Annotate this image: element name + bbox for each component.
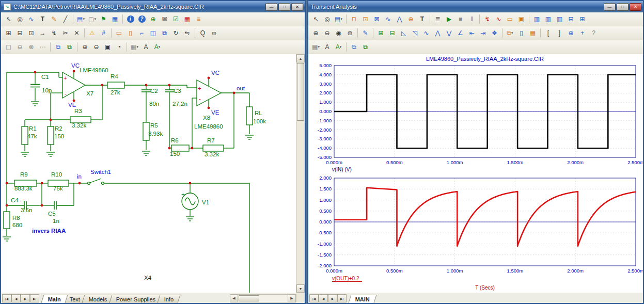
maximize-button[interactable]: □ xyxy=(278,3,290,11)
zoom-out-icon[interactable]: ⊖ xyxy=(91,42,102,53)
grid-menu-icon[interactable]: ▦▾ xyxy=(310,42,321,53)
limits-icon[interactable]: ⊡ xyxy=(360,14,371,25)
notes-icon[interactable]: ≡ xyxy=(193,14,204,25)
pause-icon[interactable]: ‖ xyxy=(466,14,477,25)
transient-last-page-button[interactable]: ▶| xyxy=(337,294,347,302)
sine-wave-icon[interactable]: ∿ xyxy=(26,14,37,25)
probe-voltage-icon[interactable]: ↯ xyxy=(482,14,493,25)
layers-icon[interactable]: ⧉ xyxy=(159,28,170,39)
snapshot-icon[interactable]: ◔ xyxy=(114,42,124,53)
font-menu-icon[interactable]: A▾ xyxy=(333,42,344,53)
zoom-fit-icon[interactable]: ⊜ xyxy=(344,28,355,39)
globe-icon[interactable]: ⊕ xyxy=(148,14,159,25)
transient-tab-main[interactable]: MAIN xyxy=(348,295,376,303)
zoom-full-icon[interactable]: ◉ xyxy=(333,28,344,39)
text-color-icon[interactable]: A xyxy=(140,42,151,53)
transient-previous-page-button[interactable]: ◀ xyxy=(319,294,328,302)
minimize-button[interactable]: — xyxy=(265,3,277,11)
stop-icon[interactable]: ■ xyxy=(455,14,466,25)
mail-icon[interactable]: ✉ xyxy=(159,14,170,25)
calendar-icon[interactable]: ▦ xyxy=(527,28,538,39)
tag-vertical-icon[interactable]: ⇥ xyxy=(478,28,489,39)
text-color-icon[interactable]: A xyxy=(322,42,333,53)
find-next-icon[interactable]: ∞ xyxy=(209,28,219,39)
scroll-up-button[interactable]: ▲ xyxy=(296,54,305,62)
page-close-icon[interactable]: ⊗ xyxy=(26,42,37,53)
transient-first-page-button[interactable]: |◀ xyxy=(309,294,319,302)
checkbox-icon[interactable]: ☑ xyxy=(170,14,181,25)
copy-icon[interactable]: ⧉ xyxy=(349,42,359,53)
node-numbers-icon[interactable]: ⊟ xyxy=(14,28,25,39)
grid-menu-icon[interactable]: ▦▾ xyxy=(129,42,140,53)
node-voltages-icon[interactable]: ⊡ xyxy=(26,28,37,39)
scroll-down-button[interactable]: ▼ xyxy=(296,284,305,293)
fft-icon[interactable]: ⋀ xyxy=(394,14,405,25)
vertical-scrollbar[interactable]: ▲ ▼ xyxy=(296,54,305,293)
probe-plot-icon[interactable]: ∿ xyxy=(493,14,504,25)
horizontal-scrollbar[interactable]: ◀ ▶ xyxy=(230,294,296,302)
panel-wide-icon[interactable]: ▥ xyxy=(543,14,554,25)
page-new-icon[interactable]: ▢ xyxy=(3,42,14,53)
waveform-icon[interactable]: ∿ xyxy=(383,14,394,25)
component-menu-icon[interactable]: ▤▾ xyxy=(333,14,344,25)
probe-target-icon[interactable]: ⊕ xyxy=(405,14,416,25)
tag-horizontal-icon[interactable]: ⇤ xyxy=(466,28,477,39)
valley-icon[interactable]: ⋁ xyxy=(444,28,454,39)
duplicate-icon[interactable]: ⧉ xyxy=(360,42,371,53)
close-button[interactable]: ✕ xyxy=(291,3,303,11)
pan-cross-icon[interactable]: + xyxy=(577,28,588,39)
font-menu-icon[interactable]: A▾ xyxy=(152,42,163,53)
token-box-icon[interactable]: ▣ xyxy=(516,14,527,25)
zoom-area-icon[interactable]: ⊕ xyxy=(566,28,576,39)
close-button[interactable]: ✕ xyxy=(630,3,641,11)
transient-plot-canvas[interactable]: LME49860_Passively_RIAA_2kHz-square.CIR5… xyxy=(308,54,643,293)
pencil-edit-icon[interactable]: ✎ xyxy=(49,14,59,25)
run-icon[interactable]: ▶ xyxy=(444,14,454,25)
component-menu-icon[interactable]: ▤▾ xyxy=(75,14,86,25)
schematic-next-page-button[interactable]: ▶ xyxy=(21,294,30,302)
scissors-icon[interactable]: ✂ xyxy=(60,28,71,39)
horizontal-scroll-track[interactable] xyxy=(238,294,288,302)
schematic-tab-info[interactable]: Info xyxy=(158,295,181,303)
scope-icon[interactable]: ⊓ xyxy=(349,14,359,25)
analysis-limits-icon[interactable]: ≣ xyxy=(432,14,443,25)
select-icon[interactable]: ↖ xyxy=(310,14,321,25)
text-tool-icon[interactable]: T xyxy=(37,14,48,25)
delete-icon[interactable]: ✕ xyxy=(71,28,82,39)
panel-icon[interactable]: ▥ xyxy=(531,14,542,25)
schematic-titlebar[interactable]: ∿ C:\MC12\DATA\Petrov\RIAA\LME49860_Pass… xyxy=(1,1,305,12)
current-arrow-icon[interactable]: → xyxy=(37,28,48,39)
zoom-in-icon[interactable]: ⊕ xyxy=(310,28,321,39)
text-tool-icon[interactable]: T xyxy=(417,14,428,25)
bracket-right-icon[interactable]: ] xyxy=(554,28,565,39)
power-icon[interactable]: ↯ xyxy=(49,28,59,39)
more-pages-icon[interactable]: ⋯ xyxy=(37,42,48,53)
page-box-icon[interactable]: ▯ xyxy=(125,28,136,39)
maximize-button[interactable]: □ xyxy=(617,3,629,11)
split-window-icon[interactable]: ◫ xyxy=(148,28,159,39)
transient-titlebar[interactable]: Transient Analysis — □ ✕ xyxy=(308,1,643,12)
split-horizontal-icon[interactable]: ⊟ xyxy=(566,14,576,25)
shape-menu-icon[interactable]: ▢▾ xyxy=(87,14,98,25)
context-help-icon[interactable]: ? xyxy=(588,28,599,39)
grid-sheet-icon[interactable]: ▦ xyxy=(109,14,120,25)
flag-icon[interactable]: ⚑ xyxy=(98,14,109,25)
pin-numbers-icon[interactable]: ⊞ xyxy=(3,28,14,39)
data-box-icon[interactable]: ▭ xyxy=(505,14,515,25)
series-label-vout[interactable]: v(OUT)+0.2 xyxy=(332,276,359,281)
zoom-out-icon[interactable]: ⊖ xyxy=(322,28,333,39)
report-grid-icon[interactable]: ▦ xyxy=(182,14,193,25)
line-tool-icon[interactable]: ╱ xyxy=(60,14,71,25)
copy-icon[interactable]: ⧉ xyxy=(53,42,64,53)
panel-tall-icon[interactable]: ▥ xyxy=(554,14,565,25)
schematic-canvas[interactable]: C110pVCLME49860X7VER33.32kR427kR147kR215… xyxy=(1,54,296,293)
schematic-last-page-button[interactable]: ▶| xyxy=(30,294,39,302)
log-y-icon[interactable]: ◹ xyxy=(410,28,420,39)
select-icon[interactable]: ↖ xyxy=(3,14,14,25)
scroll-left-button[interactable]: ◀ xyxy=(230,294,238,302)
info-icon[interactable]: i xyxy=(125,14,136,25)
grid-icon[interactable]: # xyxy=(98,28,109,39)
help-icon[interactable]: ? xyxy=(136,14,147,25)
vertical-scroll-thumb[interactable] xyxy=(297,63,304,121)
zoom-window-icon[interactable]: ▣ xyxy=(102,42,113,53)
